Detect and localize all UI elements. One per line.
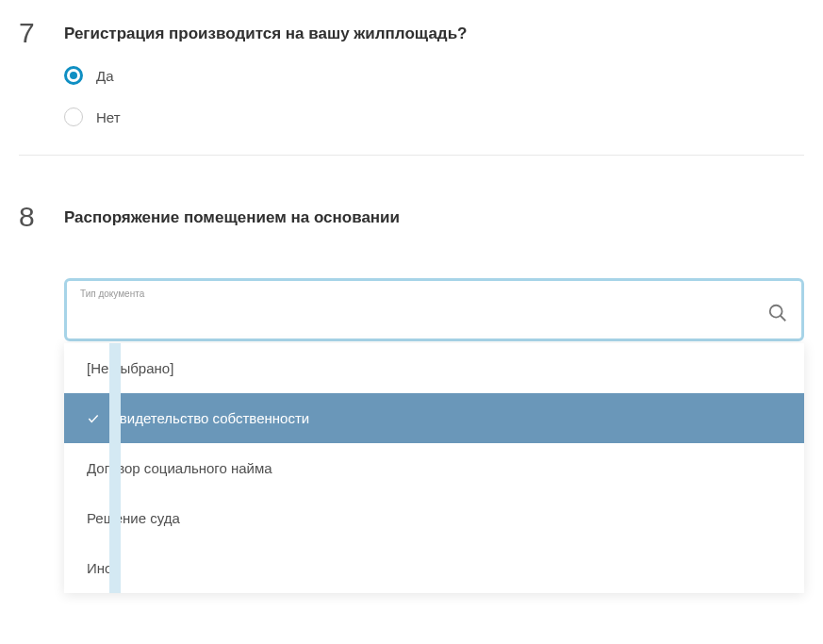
radio-options: Да Нет — [64, 66, 804, 126]
dropdown-item-label: [Не выбрано] — [87, 360, 173, 376]
search-box[interactable]: Тип документа — [64, 278, 804, 341]
radio-icon — [64, 66, 83, 85]
search-input-row — [80, 303, 788, 323]
section-divider — [19, 155, 804, 156]
question-8-block: 8 Распоряжение помещением на основании — [19, 203, 804, 278]
svg-point-0 — [770, 305, 782, 318]
sidebar-indicator — [109, 343, 121, 593]
document-type-selector: Тип документа [Не выбрано] Свидетельство… — [64, 278, 804, 593]
dropdown-item-social-lease[interactable]: Договор социального найма — [64, 443, 804, 493]
dropdown-wrapper: [Не выбрано] Свидетельство собственности… — [64, 343, 804, 593]
dropdown-item-label: Свидетельство собственности — [109, 410, 309, 426]
radio-label: Да — [96, 68, 114, 84]
dropdown-item-other[interactable]: Иное — [64, 543, 804, 593]
question-content: Распоряжение помещением на основании — [64, 203, 804, 250]
question-number: 7 — [19, 19, 41, 47]
radio-icon — [64, 107, 83, 126]
radio-option-yes[interactable]: Да — [64, 66, 804, 85]
question-7-block: 7 Регистрация производится на вашу жилпл… — [19, 19, 804, 155]
question-number: 8 — [19, 203, 41, 231]
dropdown-item-label: Решение суда — [87, 510, 180, 526]
dropdown-list: [Не выбрано] Свидетельство собственности… — [64, 343, 804, 593]
dropdown-item-none[interactable]: [Не выбрано] — [64, 343, 804, 393]
search-icon — [767, 303, 788, 323]
dropdown-item-court-decision[interactable]: Решение суда — [64, 493, 804, 543]
check-icon — [87, 412, 100, 425]
question-content: Регистрация производится на вашу жилплощ… — [64, 19, 804, 126]
question-title: Распоряжение помещением на основании — [64, 208, 804, 227]
search-label: Тип документа — [80, 289, 788, 299]
search-input[interactable] — [80, 305, 767, 322]
svg-line-1 — [781, 316, 786, 322]
dropdown-item-certificate[interactable]: Свидетельство собственности — [64, 393, 804, 443]
radio-option-no[interactable]: Нет — [64, 107, 804, 126]
radio-label: Нет — [96, 109, 121, 125]
question-title: Регистрация производится на вашу жилплощ… — [64, 25, 804, 43]
